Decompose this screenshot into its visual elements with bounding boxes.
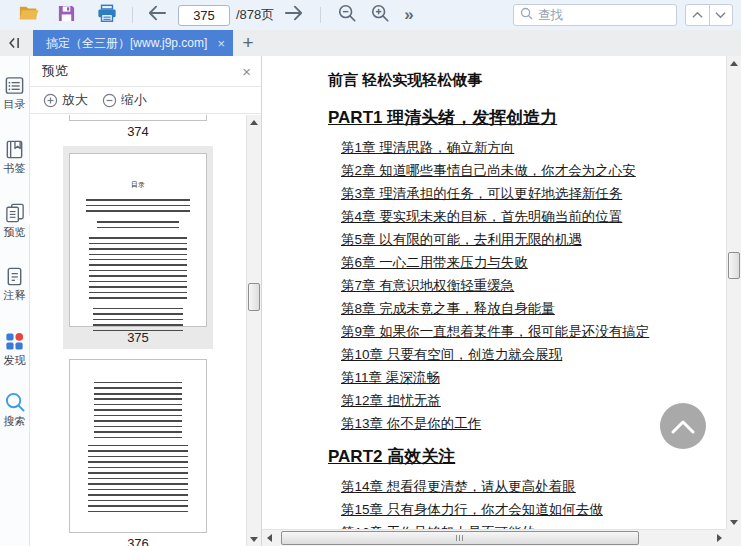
page-number-input[interactable] bbox=[178, 5, 230, 26]
sidebar-item-search[interactable]: 搜索 bbox=[0, 391, 30, 428]
sidebar-item-preview[interactable]: 预览 bbox=[0, 202, 30, 239]
thumbnail-375-selected[interactable]: 目录 375 bbox=[63, 146, 213, 349]
scrollbar-corner bbox=[726, 529, 741, 546]
thumbnail-page-image bbox=[69, 359, 207, 533]
scroll-down-button[interactable] bbox=[247, 532, 261, 546]
zoom-in-circle-icon[interactable] bbox=[43, 93, 58, 108]
toolbar-separator bbox=[320, 7, 321, 23]
toc-chapter-link[interactable]: 第16章 工作足够努力是不可能的 bbox=[341, 521, 726, 529]
search-icon bbox=[520, 6, 533, 24]
thumbnail-text-lines bbox=[97, 221, 179, 230]
thumbnail-page-label: 376 bbox=[69, 533, 207, 546]
new-tab-button[interactable]: + bbox=[233, 30, 263, 56]
thumbnail-scrollbar[interactable] bbox=[246, 115, 261, 546]
thumbnail-zoom-controls: 放大 缩小 bbox=[30, 87, 261, 114]
toc-chapter-link[interactable]: 第4章 要实现未来的目标，首先明确当前的位置 bbox=[341, 205, 726, 228]
discover-icon bbox=[4, 331, 25, 352]
zoom-out-circle-icon[interactable] bbox=[102, 93, 117, 108]
thumbnail-page-label: 375 bbox=[69, 327, 207, 349]
document-vertical-scrollbar[interactable] bbox=[726, 56, 741, 529]
toc-chapter-link[interactable]: 第3章 理清承担的任务，可以更好地选择新任务 bbox=[341, 182, 726, 205]
preview-panel: 预览 × 放大 缩小 374 目录 bbox=[30, 56, 262, 546]
thumbnail-374[interactable]: 374 bbox=[69, 115, 207, 143]
toc-part-heading[interactable]: PART1 理清头绪，发挥创造力 bbox=[328, 96, 726, 136]
zoom-in-button[interactable] bbox=[370, 3, 390, 27]
find-input[interactable] bbox=[538, 8, 670, 22]
zoom-in-icon bbox=[370, 3, 390, 27]
thumb-zoom-out-button[interactable]: 缩小 bbox=[121, 91, 147, 109]
preview-panel-close-icon[interactable]: × bbox=[242, 63, 251, 80]
save-icon bbox=[57, 4, 76, 27]
sidebar-item-bookmarks[interactable]: 书签 bbox=[0, 139, 30, 175]
sidebar-item-label: 目录 bbox=[2, 98, 28, 111]
toc-chapter-link[interactable]: 第10章 只要有空间，创造力就会展现 bbox=[341, 343, 726, 366]
toc-chapter-link[interactable]: 第14章 想看得更清楚，请从更高处着眼 bbox=[341, 475, 726, 498]
sidebar-item-discover[interactable]: 发现 bbox=[0, 331, 30, 367]
sidebar-item-label: 发现 bbox=[2, 354, 28, 367]
find-previous-button[interactable] bbox=[686, 5, 710, 25]
zoom-out-button[interactable] bbox=[337, 3, 357, 27]
chevron-up-icon bbox=[670, 418, 696, 434]
toolbar-separator bbox=[132, 7, 133, 23]
save-button[interactable] bbox=[57, 4, 76, 27]
thumbnail-text-lines bbox=[88, 445, 188, 515]
thumbnail-text-lines bbox=[86, 199, 190, 214]
thumbnail-page-image: 目录 bbox=[69, 153, 207, 327]
triangle-down-icon bbox=[730, 520, 738, 525]
sidebar-item-label: 书签 bbox=[2, 162, 28, 175]
back-arrow-icon bbox=[146, 4, 168, 26]
chevron-up-icon bbox=[692, 11, 703, 19]
next-page-button[interactable] bbox=[283, 4, 305, 26]
document-horizontal-scrollbar[interactable] bbox=[262, 529, 726, 546]
collapse-sidebar-button[interactable] bbox=[0, 30, 30, 56]
scrollbar-thumb[interactable] bbox=[281, 531, 639, 545]
open-file-button[interactable] bbox=[18, 3, 40, 27]
more-tools-button[interactable]: » bbox=[404, 5, 413, 25]
find-next-button[interactable] bbox=[710, 5, 733, 25]
thumbnail-text-lines bbox=[94, 382, 182, 438]
bookmark-icon bbox=[4, 139, 25, 160]
tab-close-icon[interactable]: × bbox=[217, 36, 225, 51]
scroll-right-button[interactable] bbox=[712, 530, 726, 546]
chevron-down-icon bbox=[715, 11, 726, 19]
tab-title: 搞定（全三册）[www.j9p.com] bbox=[46, 35, 213, 52]
scroll-down-button[interactable] bbox=[727, 515, 741, 529]
toc-chapter-link[interactable]: 第6章 一心二用带来压力与失败 bbox=[341, 251, 726, 274]
search-icon bbox=[4, 391, 26, 413]
scrollbar-thumb[interactable] bbox=[728, 252, 740, 279]
toc-chapter-link[interactable]: 第2章 知道哪些事情自己尚未做，你才会为之心安 bbox=[341, 159, 726, 182]
annotation-icon bbox=[4, 266, 25, 287]
document-tab[interactable]: 搞定（全三册）[www.j9p.com] × bbox=[33, 30, 233, 56]
toc-chapter-link[interactable]: 第1章 理清思路，确立新方向 bbox=[341, 136, 726, 159]
toc-chapter-link[interactable]: 第15章 只有身体力行，你才会知道如何去做 bbox=[341, 498, 726, 521]
print-icon bbox=[97, 4, 117, 27]
toc-chapter-link[interactable]: 第9章 如果你一直想着某件事，很可能是还没有搞定 bbox=[341, 320, 726, 343]
find-box bbox=[513, 4, 677, 26]
back-to-top-button[interactable] bbox=[660, 403, 706, 449]
navigation-strip: 目录 书签 预览 bbox=[0, 56, 30, 546]
thumb-zoom-in-button[interactable]: 放大 bbox=[62, 91, 88, 109]
scrollbar-thumb[interactable] bbox=[248, 283, 260, 311]
scroll-up-button[interactable] bbox=[247, 115, 261, 129]
sidebar-item-label: 搜索 bbox=[2, 415, 28, 428]
toc-chapter-link[interactable]: 第8章 完成未竟之事，释放自身能量 bbox=[341, 297, 726, 320]
print-button[interactable] bbox=[97, 4, 117, 27]
thumbnail-mini-title: 目录 bbox=[70, 180, 206, 190]
chevron-double-right-icon: » bbox=[404, 5, 413, 25]
toc-chapter-link[interactable]: 第7章 有意识地权衡轻重缓急 bbox=[341, 274, 726, 297]
scroll-left-button[interactable] bbox=[262, 530, 276, 546]
scroll-up-button[interactable] bbox=[727, 56, 741, 70]
triangle-up-icon bbox=[730, 61, 738, 66]
toc-preface-link[interactable]: 前言 轻松实现轻松做事 bbox=[328, 66, 726, 96]
thumbnail-376[interactable]: 376 bbox=[69, 359, 207, 546]
page-total-label: /878页 bbox=[236, 6, 274, 24]
sidebar-item-toc[interactable]: 目录 bbox=[0, 75, 30, 111]
thumbnail-text-lines bbox=[89, 237, 187, 301]
toc-chapter-link[interactable]: 第11章 渠深流畅 bbox=[341, 366, 726, 389]
scrollbar-grip bbox=[456, 535, 464, 541]
triangle-right-icon bbox=[717, 534, 722, 542]
open-folder-icon bbox=[18, 3, 40, 27]
toc-chapter-link[interactable]: 第5章 以有限的可能，去利用无限的机遇 bbox=[341, 228, 726, 251]
previous-page-button[interactable] bbox=[146, 4, 168, 26]
sidebar-item-annotations[interactable]: 注释 bbox=[0, 266, 30, 302]
